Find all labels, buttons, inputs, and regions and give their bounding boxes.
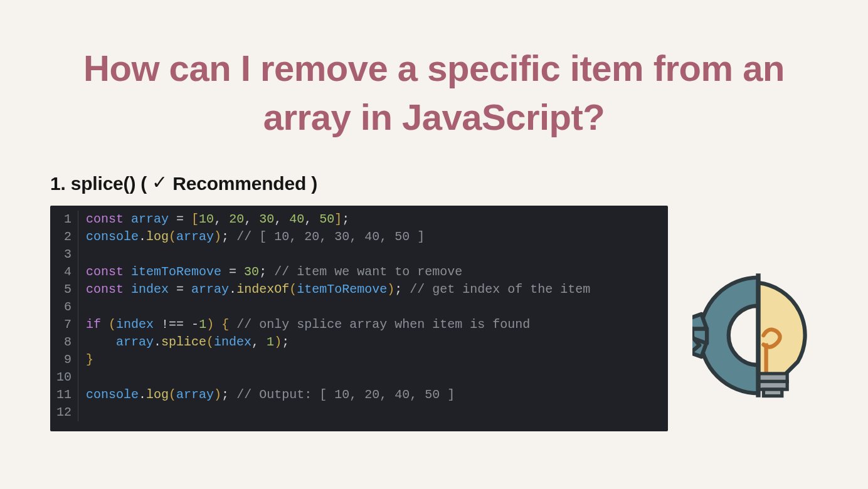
code-block: 1const array = [10, 20, 30, 40, 50];2con… xyxy=(50,206,668,431)
code-content: console.log(array); // Output: [ 10, 20,… xyxy=(86,386,455,404)
line-number: 10 xyxy=(50,369,78,386)
gear-bulb-icon xyxy=(692,270,824,401)
code-line: 11console.log(array); // Output: [ 10, 2… xyxy=(50,386,668,404)
line-number: 4 xyxy=(50,263,78,281)
line-number: 9 xyxy=(50,351,78,369)
code-line: 6 xyxy=(50,298,668,316)
code-content: if (index !== -1) { // only splice array… xyxy=(86,316,530,334)
line-number: 12 xyxy=(50,404,78,421)
code-line: 9} xyxy=(50,351,668,369)
code-content xyxy=(86,404,93,421)
method-heading-recommended: Recommended ) xyxy=(167,173,317,194)
code-line: 10 xyxy=(50,369,668,386)
code-line: 2console.log(array); // [ 10, 20, 30, 40… xyxy=(50,228,668,246)
line-number: 11 xyxy=(50,386,78,404)
line-number: 3 xyxy=(50,246,78,263)
line-number: 1 xyxy=(50,211,78,228)
svg-rect-8 xyxy=(763,389,781,396)
line-number: 5 xyxy=(50,281,78,298)
page-title: How can I remove a specific item from an… xyxy=(50,44,818,142)
line-number: 7 xyxy=(50,316,78,334)
line-number: 2 xyxy=(50,228,78,246)
code-line: 3 xyxy=(50,246,668,263)
method-heading-prefix: 1. splice() ( xyxy=(50,173,152,194)
code-content: array.splice(index, 1); xyxy=(86,334,289,351)
page: How can I remove a specific item from an… xyxy=(0,0,868,489)
line-number: 8 xyxy=(50,334,78,351)
code-content xyxy=(86,298,93,316)
code-content: const itemToRemove = 30; // item we want… xyxy=(86,263,462,281)
code-line: 4const itemToRemove = 30; // item we wan… xyxy=(50,263,668,281)
method-heading: 1. splice() ( ✓ Recommended ) xyxy=(50,172,818,194)
code-content xyxy=(86,246,93,263)
code-content xyxy=(86,369,93,386)
code-line: 7if (index !== -1) { // only splice arra… xyxy=(50,316,668,334)
line-number: 6 xyxy=(50,298,78,316)
check-icon: ✓ xyxy=(152,171,167,193)
code-content: const index = array.indexOf(itemToRemove… xyxy=(86,281,590,298)
code-content: console.log(array); // [ 10, 20, 30, 40,… xyxy=(86,228,425,246)
code-line: 5const index = array.indexOf(itemToRemov… xyxy=(50,281,668,298)
code-line: 8 array.splice(index, 1); xyxy=(50,334,668,351)
code-content: } xyxy=(86,351,93,369)
code-content: const array = [10, 20, 30, 40, 50]; xyxy=(86,211,349,228)
code-line: 1const array = [10, 20, 30, 40, 50]; xyxy=(50,211,668,228)
code-line: 12 xyxy=(50,404,668,421)
